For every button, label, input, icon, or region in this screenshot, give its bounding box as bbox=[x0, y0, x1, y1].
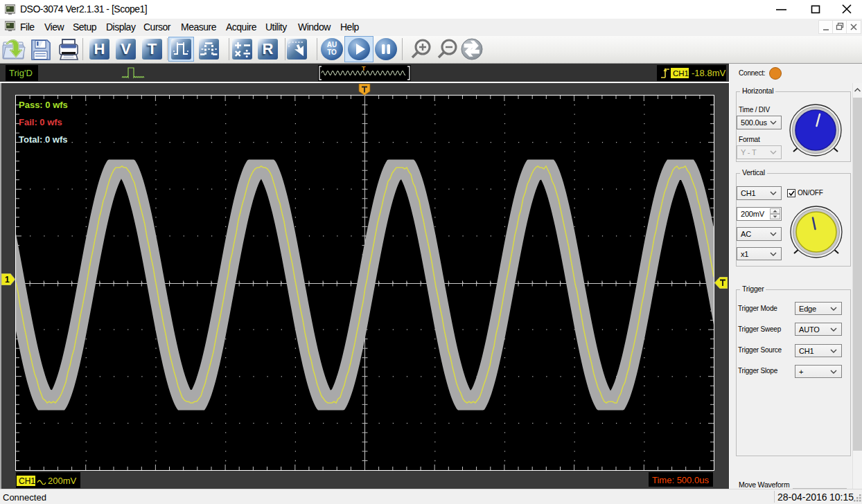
svg-text:1: 1 bbox=[5, 275, 10, 285]
